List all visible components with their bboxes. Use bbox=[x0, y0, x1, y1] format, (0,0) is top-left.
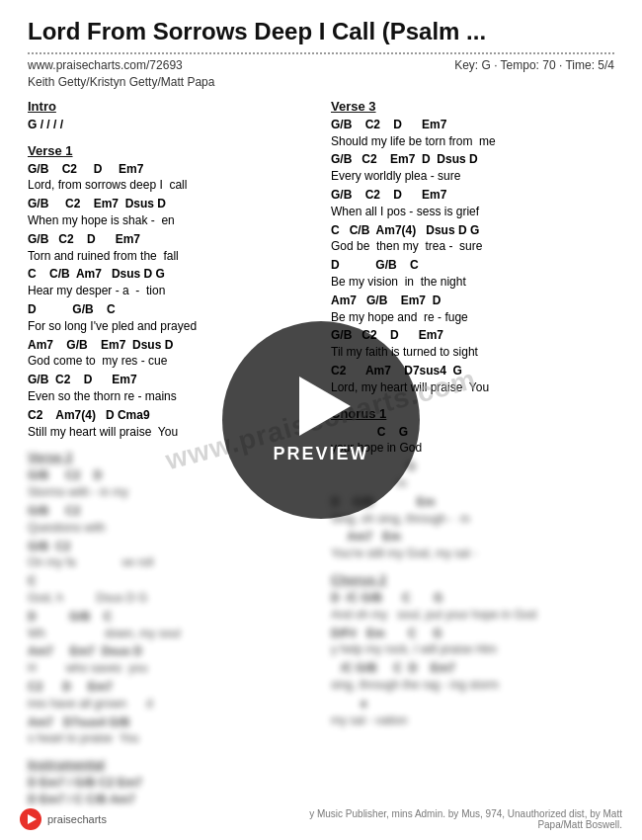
column-right: Verse 3 G/B C2 D Em7Should my life be to… bbox=[331, 99, 614, 818]
verse2-label: Verse 2 bbox=[28, 450, 311, 464]
intro-label: Intro bbox=[28, 99, 311, 114]
page: Lord From Sorrows Deep I Call (Psalm ...… bbox=[0, 0, 642, 840]
section-verse1: Verse 1 G/B C2 D Em7Lord, from sorrows d… bbox=[28, 143, 311, 441]
footer: praisecharts y Music Publisher, mins Adm… bbox=[0, 808, 642, 830]
copyright-text: y Music Publisher, mins Admin. by Mus, 9… bbox=[306, 808, 622, 830]
section-chorus1: Chorus 1 C Gyour hope in God G m D G/B E… bbox=[331, 406, 614, 562]
footer-logo: praisecharts bbox=[20, 808, 107, 830]
key-tempo: Key: G · Tempo: 70 · Time: 5/4 bbox=[454, 58, 614, 72]
authors-row: Keith Getty/Kristyn Getty/Matt Papa bbox=[28, 75, 614, 89]
verse3-label: Verse 3 bbox=[331, 99, 614, 114]
column-left: Intro G / / / / Verse 1 G/B C2 D Em7Lord… bbox=[28, 99, 311, 818]
section-chorus2: Chorus 2 D /C G/B C GAnd oh my soul, put… bbox=[331, 572, 614, 728]
content-area: Intro G / / / / Verse 1 G/B C2 D Em7Lord… bbox=[28, 99, 614, 818]
meta-row: www.praisecharts.com/72693 Key: G · Temp… bbox=[28, 58, 614, 72]
chorus2-label: Chorus 2 bbox=[331, 572, 614, 587]
section-intro: Intro G / / / / bbox=[28, 99, 311, 133]
footer-brand: praisecharts bbox=[47, 813, 107, 825]
title: Lord From Sorrows Deep I Call (Psalm ... bbox=[28, 18, 614, 46]
instrumental-label: Instrumental bbox=[28, 757, 311, 772]
section-verse3: Verse 3 G/B C2 D Em7Should my life be to… bbox=[331, 99, 614, 396]
intro-chord: G / / / / bbox=[28, 117, 311, 133]
verse1-label: Verse 1 bbox=[28, 143, 311, 158]
footer-play-button[interactable] bbox=[20, 808, 41, 830]
footer-play-icon bbox=[28, 814, 37, 824]
section-instrumental: Instrumental D Em7 / G/B C2 Em7 D Em7 / … bbox=[28, 757, 311, 808]
section-verse2: Verse 2 G/B C2 DStorms with - in my G/B … bbox=[28, 450, 311, 747]
authors: Keith Getty/Kristyn Getty/Matt Papa bbox=[28, 75, 214, 89]
divider bbox=[28, 52, 614, 54]
url: www.praisecharts.com/72693 bbox=[28, 58, 183, 72]
chorus1-label: Chorus 1 bbox=[331, 406, 614, 421]
